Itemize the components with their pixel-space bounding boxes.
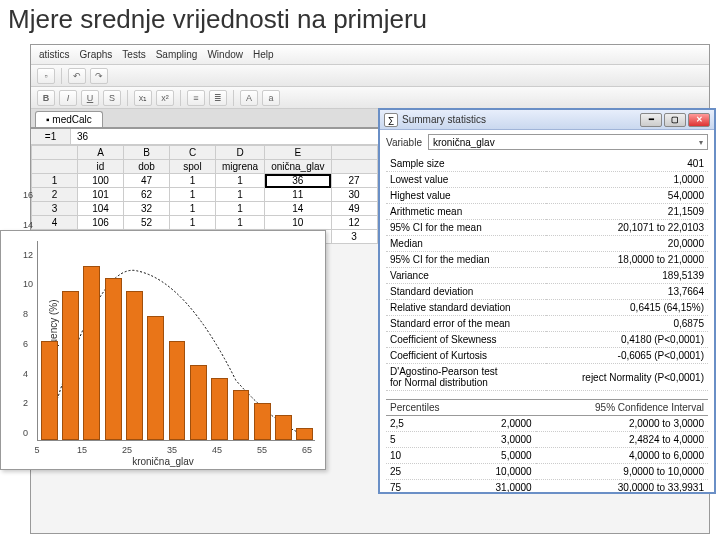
stat-row: Variance189,5139 — [386, 268, 708, 284]
y-tick: 8 — [23, 309, 28, 319]
x-tick: 25 — [122, 445, 132, 455]
stat-row: Arithmetic mean21,1509 — [386, 204, 708, 220]
x-axis-label: kronična_glav — [132, 456, 194, 467]
slide-title: Mjere srednje vrijednosti na primjeru — [0, 0, 720, 41]
histogram-bar — [147, 316, 164, 440]
stat-row: Coefficient of Kurtosis-0,6065 (P<0,0001… — [386, 348, 708, 364]
variable-label: Variable — [386, 137, 422, 148]
percentile-row: 7531,000030,0000 to 33,9931 — [386, 480, 708, 493]
stat-row: Lowest value1,0000 — [386, 172, 708, 188]
selected-cell[interactable]: 36 — [265, 174, 331, 188]
italic-icon[interactable]: I — [59, 90, 77, 106]
percentile-row: 2510,00009,0000 to 10,0000 — [386, 464, 708, 480]
percentile-row: 105,00004,0000 to 6,0000 — [386, 448, 708, 464]
maximize-button[interactable]: ▢ — [664, 113, 686, 127]
menu-graphs[interactable]: Graphs — [80, 49, 113, 60]
table-row[interactable]: 210162111130 — [32, 188, 378, 202]
y-tick: 2 — [23, 398, 28, 408]
histogram-bar — [105, 278, 122, 440]
chevron-down-icon: ▾ — [699, 138, 703, 147]
stat-row: Highest value54,0000 — [386, 188, 708, 204]
variable-value: kronična_glav — [433, 137, 495, 148]
histogram-bar — [233, 390, 250, 440]
percentile-table: Percentiles 95% Confidence Interval 2,52… — [386, 399, 708, 492]
new-icon[interactable]: ▫ — [37, 68, 55, 84]
stat-row: Median20,0000 — [386, 236, 708, 252]
cell-reference[interactable]: =1 — [31, 129, 71, 144]
stat-row: Coefficient of Skewness0,4180 (P<0,0001) — [386, 332, 708, 348]
col-header-row: ABC DE — [32, 146, 378, 160]
x-tick: 5 — [34, 445, 39, 455]
underline-icon[interactable]: U — [81, 90, 99, 106]
histogram-bar — [190, 365, 207, 440]
field-header-row: iddobspol migrenaonična_glav — [32, 160, 378, 174]
align-center-icon[interactable]: ≣ — [209, 90, 227, 106]
histogram-bar — [296, 428, 313, 440]
summary-body: Variable kronična_glav ▾ Sample size401L… — [380, 130, 714, 492]
percentile-row: 2,52,00002,0000 to 3,0000 — [386, 416, 708, 432]
subscript-icon[interactable]: x₁ — [134, 90, 152, 106]
histogram-bar — [83, 266, 100, 440]
tab-label: medCalc — [52, 114, 91, 125]
x-tick: 15 — [77, 445, 87, 455]
menu-window[interactable]: Window — [207, 49, 243, 60]
x-tick: 35 — [167, 445, 177, 455]
menu-sampling[interactable]: Sampling — [156, 49, 198, 60]
stat-row: Standard deviation13,7664 — [386, 284, 708, 300]
x-tick: 65 — [302, 445, 312, 455]
strike-icon[interactable]: S — [103, 90, 121, 106]
stats-icon: ∑ — [384, 113, 398, 127]
y-tick: 0 — [23, 428, 28, 438]
y-tick: 14 — [23, 220, 33, 230]
histogram-bar — [275, 415, 292, 440]
toolbar-format: B I U S x₁ x² ≡ ≣ A a — [31, 87, 709, 109]
y-tick: 10 — [23, 279, 33, 289]
align-left-icon[interactable]: ≡ — [187, 90, 205, 106]
bold-icon[interactable]: B — [37, 90, 55, 106]
undo-icon[interactable]: ↶ — [68, 68, 86, 84]
stat-row: Relative standard deviation0,6415 (64,15… — [386, 300, 708, 316]
table-row[interactable]: 110047113627 — [32, 174, 378, 188]
histogram-bar — [62, 291, 79, 440]
menu-bar: atistics Graphs Tests Sampling Window He… — [31, 45, 709, 65]
font-large-icon[interactable]: A — [240, 90, 258, 106]
plot-area — [37, 241, 315, 441]
stat-row: Sample size401 — [386, 156, 708, 172]
statistics-table: Sample size401Lowest value1,0000Highest … — [386, 156, 708, 391]
summary-title: Summary statistics — [402, 114, 640, 125]
redo-icon[interactable]: ↷ — [90, 68, 108, 84]
y-tick: 4 — [23, 369, 28, 379]
histogram-bar — [169, 341, 186, 441]
x-tick: 45 — [212, 445, 222, 455]
stat-row: D'Agostino-Pearson test for Normal distr… — [386, 364, 708, 391]
stat-row: 95% CI for the median18,0000 to 21,0000 — [386, 252, 708, 268]
summary-window: ∑ Summary statistics ━ ▢ ✕ Variable kron… — [378, 108, 716, 494]
y-tick: 6 — [23, 339, 28, 349]
tab-medcalc[interactable]: ▪ medCalc — [35, 111, 103, 127]
stat-row: Standard error of the mean0,6875 — [386, 316, 708, 332]
percentile-header: Percentiles 95% Confidence Interval — [386, 400, 708, 416]
table-row[interactable]: 410652111012 — [32, 216, 378, 230]
y-tick: 12 — [23, 250, 33, 260]
variable-select[interactable]: kronična_glav ▾ — [428, 134, 708, 150]
histogram-bar — [211, 378, 228, 440]
menu-statistics[interactable]: atistics — [39, 49, 70, 60]
x-tick: 55 — [257, 445, 267, 455]
font-small-icon[interactable]: a — [262, 90, 280, 106]
histogram-bar — [126, 291, 143, 440]
menu-help[interactable]: Help — [253, 49, 274, 60]
stat-row: 95% CI for the mean20,1071 to 22,0103 — [386, 220, 708, 236]
table-row[interactable]: 310432111449 — [32, 202, 378, 216]
y-tick: 16 — [23, 190, 33, 200]
minimize-button[interactable]: ━ — [640, 113, 662, 127]
superscript-icon[interactable]: x² — [156, 90, 174, 106]
histogram-panel: Relative frequency (%) kronična_glav 024… — [0, 230, 326, 470]
summary-titlebar[interactable]: ∑ Summary statistics ━ ▢ ✕ — [380, 110, 714, 130]
histogram-bar — [254, 403, 271, 440]
close-button[interactable]: ✕ — [688, 113, 710, 127]
toolbar-main: ▫ ↶ ↷ — [31, 65, 709, 87]
menu-tests[interactable]: Tests — [122, 49, 145, 60]
percentile-row: 53,00002,4824 to 4,0000 — [386, 432, 708, 448]
histogram-bar — [41, 341, 58, 441]
